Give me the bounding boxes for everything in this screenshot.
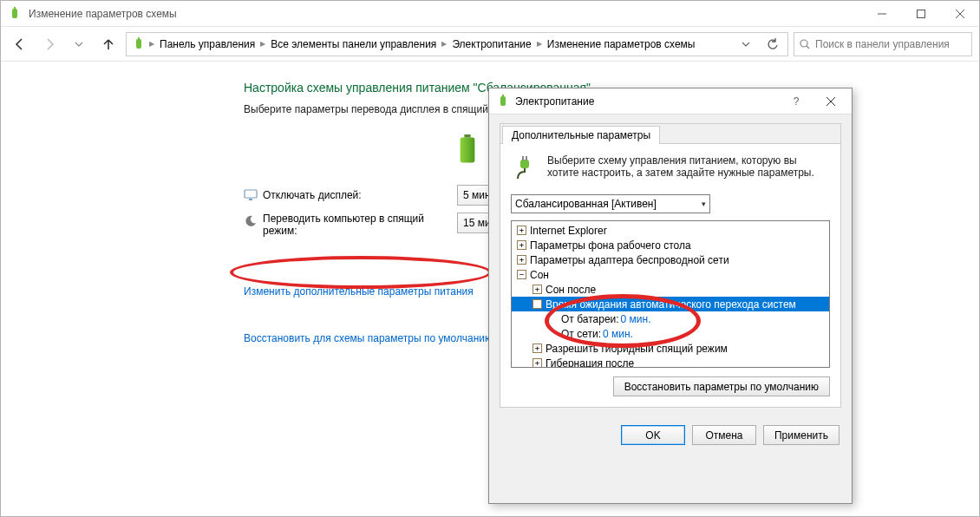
monitor-icon: [244, 188, 258, 202]
advanced-settings-link[interactable]: Изменить дополнительные параметры питани…: [244, 285, 474, 298]
svg-rect-6: [136, 39, 141, 49]
tree-item[interactable]: +Параметры адаптера беспроводной сети: [512, 252, 829, 267]
apply-button[interactable]: Применить: [763, 425, 840, 445]
address-bar-row: ▶ Панель управления ▶ Все элементы панел…: [1, 27, 979, 62]
expand-icon[interactable]: +: [517, 255, 526, 265]
window-title: Изменение параметров схемы: [29, 8, 862, 20]
tree-item-label: Параметры фона рабочего стола: [530, 239, 691, 252]
tree-item-label: Internet Explorer: [530, 225, 607, 237]
cancel-button[interactable]: Отмена: [692, 425, 756, 445]
svg-rect-15: [502, 95, 504, 96]
dialog-button-row: OK Отмена Применить: [489, 416, 852, 454]
svg-rect-1: [14, 7, 16, 9]
back-button[interactable]: [8, 32, 32, 56]
battery-icon: [457, 134, 478, 159]
svg-rect-11: [461, 138, 475, 163]
tree-item[interactable]: +Сон после: [512, 282, 829, 297]
search-placeholder: Поиск в панели управления: [815, 38, 950, 50]
settings-tree[interactable]: +Internet Explorer+Параметры фона рабоче…: [511, 220, 830, 368]
expand-icon[interactable]: +: [532, 344, 542, 353]
chevron-down-icon: ▾: [702, 200, 706, 208]
tab-control: Дополнительные параметры Выберите схему …: [500, 123, 841, 408]
restore-defaults-link[interactable]: Восстановить для схемы параметры по умол…: [244, 332, 493, 344]
recent-dropdown-button[interactable]: [67, 32, 91, 56]
power-plan-icon: [8, 7, 22, 21]
power-cord-icon: [511, 154, 539, 182]
tree-item-label: Сон после: [546, 284, 596, 296]
dialog-intro-text: Выберите схему управления питанием, кото…: [547, 154, 830, 182]
dialog-titlebar: Электропитание ?: [489, 88, 852, 115]
chevron-right-icon: ▶: [149, 40, 154, 48]
chevron-right-icon: ▶: [441, 40, 447, 48]
tree-item[interactable]: +Гибернация после: [512, 356, 829, 368]
address-bar[interactable]: ▶ Панель управления ▶ Все элементы панел…: [126, 32, 788, 56]
forward-button[interactable]: [37, 32, 62, 56]
maximize-button[interactable]: [901, 1, 940, 27]
chevron-right-icon: ▶: [260, 40, 265, 48]
chevron-right-icon: ▶: [537, 40, 542, 48]
breadcrumb[interactable]: Панель управления: [156, 33, 258, 56]
power-options-dialog: Электропитание ? Дополнительные параметр…: [488, 88, 853, 504]
collapse-icon[interactable]: −: [517, 270, 526, 279]
svg-rect-18: [520, 160, 529, 168]
tree-item-label: Время ожидания автоматического перехода …: [546, 298, 796, 311]
tree-item-label: От сети:: [561, 328, 601, 340]
annotation-highlight: [230, 256, 492, 289]
tree-item-label: Параметры адаптера беспроводной сети: [530, 254, 729, 266]
dialog-help-button[interactable]: ?: [779, 89, 813, 114]
display-off-label: Отключать дисплей:: [263, 189, 362, 201]
plan-selector-dropdown[interactable]: Сбалансированная [Активен] ▾: [511, 194, 710, 213]
tree-item-label: Гибернация после: [546, 357, 634, 369]
display-off-value: 5 мин: [463, 189, 491, 201]
tree-item[interactable]: От батареи: 0 мин.: [512, 311, 829, 326]
plan-selector-value: Сбалансированная [Активен]: [515, 198, 657, 210]
tree-item-label: От батареи:: [561, 313, 619, 325]
svg-line-9: [807, 46, 809, 49]
control-panel-window: Изменение параметров схемы: [0, 0, 980, 517]
window-buttons: [862, 1, 979, 27]
tree-item-label: Сон: [530, 269, 549, 281]
search-input[interactable]: Поиск в панели управления: [794, 32, 972, 56]
expand-icon[interactable]: +: [517, 226, 526, 235]
svg-point-8: [800, 40, 807, 47]
tree-item-value: 0 мин.: [621, 313, 651, 325]
svg-rect-0: [12, 9, 17, 18]
svg-rect-7: [138, 37, 140, 39]
tab-advanced-settings[interactable]: Дополнительные параметры: [502, 126, 660, 144]
dialog-title: Электропитание: [515, 95, 779, 108]
power-plan-icon: [132, 37, 146, 51]
minimize-button[interactable]: [862, 1, 901, 27]
breadcrumb[interactable]: Изменение параметров схемы: [544, 33, 699, 56]
search-icon: [800, 39, 810, 49]
svg-rect-10: [464, 134, 470, 138]
tree-item[interactable]: +Разрешить гибридный спящий режим: [512, 341, 829, 356]
svg-rect-12: [245, 190, 257, 198]
moon-icon: [244, 214, 258, 228]
refresh-button[interactable]: [760, 33, 784, 56]
restore-plan-defaults-button[interactable]: Восстановить параметры по умолчанию: [613, 376, 830, 396]
sleep-label: Переводить компьютер в спящий режим:: [263, 213, 445, 237]
window-titlebar: Изменение параметров схемы: [1, 1, 979, 27]
expand-icon[interactable]: +: [517, 240, 526, 250]
tree-item[interactable]: От сети: 0 мин.: [512, 326, 829, 341]
address-dropdown-button[interactable]: [734, 33, 758, 56]
close-button[interactable]: [940, 1, 979, 27]
dialog-close-button[interactable]: [813, 89, 848, 114]
svg-rect-13: [249, 199, 252, 200]
power-plan-icon: [496, 95, 510, 108]
dialog-intro: Выберите схему управления питанием, кото…: [511, 154, 830, 182]
breadcrumb[interactable]: Все элементы панели управления: [267, 33, 440, 56]
tree-item[interactable]: +Internet Explorer: [512, 223, 829, 238]
breadcrumb[interactable]: Электропитание: [448, 33, 534, 56]
ok-button[interactable]: OK: [621, 425, 685, 445]
svg-rect-3: [917, 10, 924, 17]
up-button[interactable]: [96, 32, 121, 56]
expand-icon[interactable]: +: [532, 285, 542, 294]
expand-icon[interactable]: +: [532, 358, 542, 368]
tree-item[interactable]: −Время ожидания автоматического перехода…: [512, 297, 829, 311]
tree-item[interactable]: −Сон: [512, 267, 829, 282]
tree-item[interactable]: +Параметры фона рабочего стола: [512, 238, 829, 252]
collapse-icon[interactable]: −: [532, 299, 542, 309]
tree-item-value: 0 мин.: [603, 328, 633, 340]
tab-strip: Дополнительные параметры: [500, 124, 840, 144]
